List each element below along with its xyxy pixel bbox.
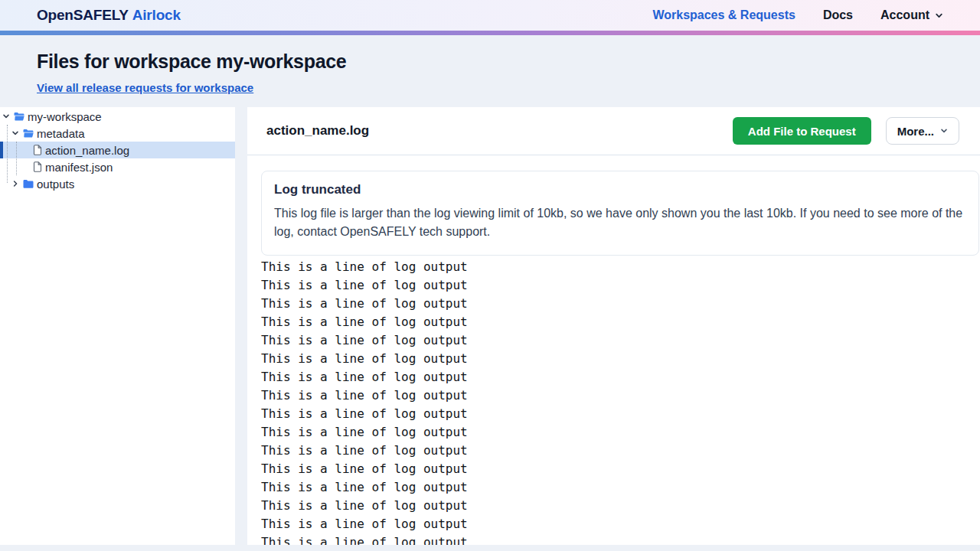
- tree-item-label: my-workspace: [28, 110, 102, 123]
- nav-account-label: Account: [880, 8, 929, 22]
- file-title: action_name.log: [266, 123, 369, 139]
- tree-item-outputs[interactable]: outputs: [0, 175, 235, 192]
- notice-title: Log truncated: [274, 182, 966, 197]
- more-menu-button[interactable]: More...: [886, 117, 959, 145]
- chevron-down-icon[interactable]: [11, 129, 19, 137]
- nav-workspaces-requests[interactable]: Workspaces & Requests: [652, 8, 795, 22]
- tree-item-label: outputs: [37, 178, 74, 191]
- chevron-right-icon[interactable]: [11, 180, 19, 187]
- app-logo[interactable]: OpenSAFELYAirlock: [37, 7, 181, 24]
- tree-item-manifest-json[interactable]: manifest.json: [0, 158, 235, 175]
- file-body: Log truncated This log file is larger th…: [247, 155, 980, 545]
- chevron-down-icon[interactable]: [2, 112, 10, 120]
- chevron-down-icon: [940, 127, 948, 135]
- tree-item-label: metadata: [37, 127, 85, 140]
- notice-body: This log file is larger than the log vie…: [274, 204, 966, 241]
- file-icon: [33, 161, 42, 172]
- top-navbar: OpenSAFELYAirlock Workspaces & Requests …: [0, 0, 980, 31]
- tree-item-my-workspace[interactable]: my-workspace: [0, 108, 235, 125]
- folder-open-icon: [23, 129, 34, 139]
- file-tree-panel: my-workspace metadata action_name.log ma…: [0, 107, 235, 545]
- logo-airlock: Airlock: [132, 7, 181, 23]
- file-detail-panel: action_name.log Add File to Request More…: [247, 107, 980, 545]
- tree-item-action-name-log[interactable]: action_name.log: [0, 142, 235, 158]
- tree-item-label: action_name.log: [45, 144, 129, 157]
- nav-docs[interactable]: Docs: [823, 8, 853, 22]
- nav-account-menu[interactable]: Account: [880, 8, 943, 22]
- tree-item-label: manifest.json: [45, 161, 113, 174]
- tree-item-metadata[interactable]: metadata: [0, 125, 235, 142]
- content-area: my-workspace metadata action_name.log ma…: [0, 107, 980, 545]
- folder-closed-icon: [23, 179, 34, 189]
- logo-opensafely: OpenSAFELY: [37, 7, 129, 23]
- log-truncated-notice: Log truncated This log file is larger th…: [261, 171, 979, 256]
- file-icon: [33, 145, 42, 155]
- navbar-links: Workspaces & Requests Docs Account: [652, 8, 943, 22]
- view-release-requests-link[interactable]: View all release requests for workspace: [37, 81, 253, 94]
- tree-guide-line: [16, 142, 17, 175]
- file-header: action_name.log Add File to Request More…: [247, 107, 980, 155]
- page-header: Files for workspace my-workspace View al…: [0, 35, 980, 107]
- more-button-label: More...: [897, 125, 934, 138]
- file-actions: Add File to Request More...: [733, 117, 959, 145]
- log-output: This is a line of log output This is a l…: [261, 258, 979, 545]
- folder-open-icon: [14, 112, 24, 122]
- chevron-down-icon: [935, 11, 943, 20]
- add-file-to-request-button[interactable]: Add File to Request: [733, 117, 871, 145]
- page-title: Files for workspace my-workspace: [37, 50, 943, 73]
- tree-guide-line: [7, 125, 8, 183]
